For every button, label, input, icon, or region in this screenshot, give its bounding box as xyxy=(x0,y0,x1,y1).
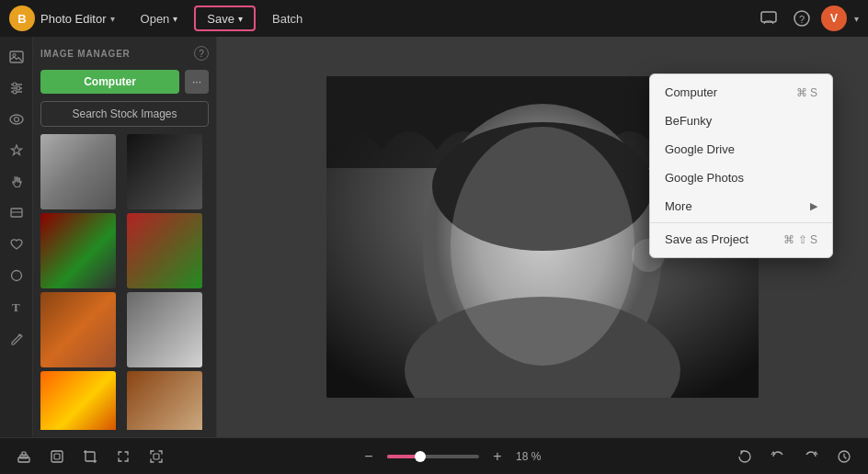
more-arrow-icon: ▶ xyxy=(810,200,817,212)
svg-rect-29 xyxy=(86,452,95,461)
text-icon[interactable]: T xyxy=(4,294,29,320)
panel-header: IMAGE MANAGER ? xyxy=(40,44,209,62)
canvas-area[interactable]: Computer ⌘ S BeFunky Google Drive Google… xyxy=(217,37,868,437)
shape-icon[interactable] xyxy=(4,263,29,288)
user-arrow: ▾ xyxy=(854,14,859,24)
save-button[interactable]: Save ▾ xyxy=(194,6,256,31)
thumbnail-1[interactable] xyxy=(40,134,116,209)
undo-icon[interactable] xyxy=(765,444,791,469)
layers-icon[interactable] xyxy=(4,200,29,226)
svg-rect-28 xyxy=(54,454,60,459)
chat-icon xyxy=(760,11,777,26)
save-google-drive-item[interactable]: Google Drive xyxy=(650,135,832,164)
title-arrow: ▾ xyxy=(110,14,115,24)
image-manager-panel: IMAGE MANAGER ? Computer ··· Search Stoc… xyxy=(33,37,217,437)
save-as-project-item[interactable]: Save as Project ⌘ ⇧ S xyxy=(650,225,832,254)
thumbnail-5[interactable] xyxy=(40,292,116,367)
thumbnail-6[interactable] xyxy=(127,292,202,367)
save-arrow: ▾ xyxy=(238,14,243,24)
batch-button[interactable]: Batch xyxy=(261,6,314,31)
svg-point-11 xyxy=(10,115,23,124)
svg-text:T: T xyxy=(12,300,20,314)
zoom-bar: − + 18 % xyxy=(356,444,545,469)
search-stock-button[interactable]: Search Stock Images xyxy=(40,101,209,127)
svg-point-9 xyxy=(17,86,20,90)
zoom-slider-track[interactable] xyxy=(387,455,479,458)
save-dropdown-menu: Computer ⌘ S BeFunky Google Drive Google… xyxy=(649,73,833,258)
star-icon[interactable] xyxy=(4,138,29,164)
rotate-icon[interactable] xyxy=(732,444,758,469)
fit-icon[interactable] xyxy=(110,444,136,469)
history-icon[interactable] xyxy=(831,444,857,469)
zoom-value-label: 18 % xyxy=(516,450,545,463)
svg-point-8 xyxy=(13,83,17,86)
zoom-plus-button[interactable]: + xyxy=(485,444,510,469)
heart-icon[interactable] xyxy=(4,231,29,257)
svg-point-4 xyxy=(13,54,16,57)
more-options-button[interactable]: ··· xyxy=(185,70,209,94)
erase-icon[interactable] xyxy=(4,325,29,351)
top-bar: B Photo Editor ▾ Open ▾ Save ▾ Batch ? V… xyxy=(0,0,868,37)
user-avatar[interactable]: V xyxy=(821,6,847,31)
app-logo[interactable]: B xyxy=(9,6,35,31)
open-arrow: ▾ xyxy=(173,14,177,24)
svg-point-10 xyxy=(13,90,17,94)
image-icon[interactable] xyxy=(4,44,29,70)
help-button[interactable]: ? xyxy=(788,5,816,32)
svg-text:?: ? xyxy=(799,14,805,25)
save-google-photos-item[interactable]: Google Photos xyxy=(650,164,832,192)
chat-button[interactable] xyxy=(755,5,782,32)
save-more-item[interactable]: More ▶ xyxy=(650,192,832,220)
svg-point-12 xyxy=(14,118,18,122)
upload-row: Computer ··· xyxy=(40,70,209,94)
computer-button[interactable]: Computer xyxy=(40,70,179,94)
zoom-minus-button[interactable]: − xyxy=(356,444,382,469)
app-title: Photo Editor ▾ xyxy=(40,12,115,26)
layers-bottom-icon[interactable] xyxy=(11,444,37,469)
panel-help-button[interactable]: ? xyxy=(194,46,209,61)
thumbnail-8[interactable] xyxy=(127,371,202,430)
bottom-bar: − + 18 % xyxy=(0,437,868,474)
thumbnail-3[interactable] xyxy=(40,213,116,288)
open-button[interactable]: Open ▾ xyxy=(130,6,189,31)
panel-title: IMAGE MANAGER xyxy=(40,49,131,59)
touch-icon[interactable] xyxy=(4,169,29,195)
adjust-icon[interactable] xyxy=(4,75,29,101)
icon-bar: T xyxy=(0,37,33,437)
expand-icon[interactable] xyxy=(143,444,169,469)
zoom-thumb[interactable] xyxy=(415,451,426,462)
thumbnail-7[interactable] xyxy=(40,371,116,430)
svg-point-15 xyxy=(11,271,21,281)
thumbnails-grid xyxy=(40,134,209,430)
thumbnail-2[interactable] xyxy=(127,134,202,209)
save-computer-item[interactable]: Computer ⌘ S xyxy=(650,78,832,107)
preview-icon[interactable] xyxy=(4,107,29,132)
thumbnail-4[interactable] xyxy=(127,213,202,288)
svg-rect-27 xyxy=(51,451,63,462)
redo-icon[interactable] xyxy=(798,444,824,469)
crop-icon[interactable] xyxy=(77,444,103,469)
help-icon: ? xyxy=(794,10,810,27)
svg-rect-34 xyxy=(154,454,159,459)
menu-divider xyxy=(650,222,832,223)
svg-point-22 xyxy=(451,127,634,366)
save-befunky-item[interactable]: BeFunky xyxy=(650,107,832,135)
frame-icon[interactable] xyxy=(44,444,70,469)
main-area: T IMAGE MANAGER ? Computer ··· Search St… xyxy=(0,37,868,437)
svg-rect-0 xyxy=(761,12,776,22)
